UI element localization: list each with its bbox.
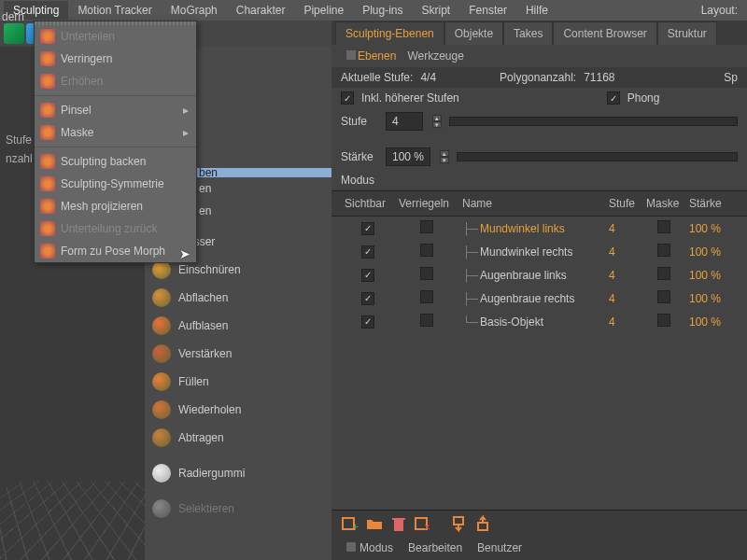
menu-hilfe[interactable]: Hilfe <box>516 1 557 20</box>
visible-checkbox[interactable]: ✓ <box>361 292 374 305</box>
menu-item[interactable]: Verringern <box>35 48 196 70</box>
polycount-value: 71168 <box>584 71 614 84</box>
tool-item[interactable]: Abflachen <box>145 284 331 312</box>
lock-checkbox[interactable] <box>420 267 433 280</box>
bake-icon <box>40 154 55 169</box>
btab-benutzer[interactable]: Benutzer <box>477 541 522 554</box>
menu-fenster[interactable]: Fenster <box>459 1 516 20</box>
menu-mograph[interactable]: MoGraph <box>162 1 227 20</box>
mask-checkbox[interactable] <box>657 244 670 257</box>
th-maske[interactable]: Maske <box>642 195 685 212</box>
menu-charakter[interactable]: Charakter <box>227 1 295 20</box>
btab-bearbeiten[interactable]: Bearbeiten <box>408 541 462 554</box>
layout-label[interactable]: Layout: <box>701 4 743 17</box>
table-row[interactable]: ✓└─Basis-Objekt4100 % <box>331 310 747 333</box>
th-staerke[interactable]: Stärke <box>685 195 738 212</box>
symmetry-icon <box>40 176 55 191</box>
lock-checkbox[interactable] <box>420 314 433 327</box>
mask-checkbox[interactable] <box>657 314 670 327</box>
menu-item[interactable]: Sculpting-Symmetrie <box>35 173 196 195</box>
clear-layer-icon[interactable]: × <box>414 514 432 533</box>
modus-label: Modus <box>341 174 374 187</box>
tool-item[interactable]: Verstärken <box>145 340 331 368</box>
add-layer-icon[interactable]: + <box>341 514 359 533</box>
th-verriegeln[interactable]: Verriegeln <box>395 195 458 212</box>
brush-tool-icon <box>152 372 171 391</box>
eraser-icon <box>152 464 171 483</box>
svg-rect-5 <box>478 523 487 530</box>
tab-takes[interactable]: Takes <box>503 21 553 45</box>
layer-staerke: 100 % <box>685 290 738 307</box>
visible-checkbox[interactable]: ✓ <box>361 222 374 235</box>
table-row[interactable]: ✓├─Augenbraue links4100 % <box>331 263 747 287</box>
menu-item-label: Pinsel <box>61 104 92 117</box>
menu-item[interactable]: Pinsel <box>35 99 196 121</box>
menu-item[interactable]: Form zu Pose Morph <box>35 240 196 262</box>
menu-skript[interactable]: Skript <box>413 1 460 20</box>
stufe-slider[interactable] <box>449 117 738 126</box>
stufe-stepper[interactable]: ▴▾ <box>432 115 442 128</box>
visible-checkbox[interactable]: ✓ <box>361 315 374 329</box>
mask-checkbox[interactable] <box>657 267 670 280</box>
menu-item: Unterteilung zurück <box>35 217 196 240</box>
mask-checkbox[interactable] <box>657 290 670 303</box>
tool-item[interactable]: Wiederholen <box>145 396 331 424</box>
menu-pipeline[interactable]: Pipeline <box>294 1 353 20</box>
merge-down-icon[interactable] <box>451 514 470 533</box>
tool-item[interactable]: Füllen <box>145 368 331 396</box>
phong-checkbox[interactable]: ✓ <box>607 91 620 105</box>
increase-icon <box>40 74 55 89</box>
th-stufe[interactable]: Stufe <box>605 195 642 212</box>
menu-plugins[interactable]: Plug-ins <box>353 1 412 20</box>
layer-stufe: 4 <box>605 220 642 237</box>
th-name[interactable]: Name <box>458 195 605 212</box>
mask-checkbox[interactable] <box>657 220 670 233</box>
merge-up-icon[interactable] <box>475 514 494 533</box>
delete-icon[interactable] <box>389 514 408 533</box>
tool-label: Radiergummi <box>178 467 245 480</box>
primitive-cube-icon[interactable] <box>4 23 24 44</box>
menu-item-label: Mesh projizieren <box>61 200 143 213</box>
tool-item[interactable]: Abtragen <box>145 424 331 452</box>
bottom-toolbar: + × <box>331 510 747 536</box>
lock-checkbox[interactable] <box>420 244 433 257</box>
menu-motion-tracker[interactable]: Motion Tracker <box>68 1 161 20</box>
subtab-werkzeuge[interactable]: Werkzeuge <box>407 49 463 63</box>
visible-checkbox[interactable]: ✓ <box>361 245 374 259</box>
tool-eraser[interactable]: Radiergummi <box>145 459 331 487</box>
table-row[interactable]: ✓├─Mundwinkel links4100 % <box>331 217 747 240</box>
table-row[interactable]: ✓├─Mundwinkel rechts4100 % <box>331 240 747 263</box>
stufe-value[interactable]: 4 <box>386 112 423 131</box>
tab-content-browser[interactable]: Content Browser <box>553 21 656 45</box>
incl-higher-checkbox[interactable]: ✓ <box>341 91 354 105</box>
lock-checkbox[interactable] <box>420 290 433 303</box>
select-icon <box>152 499 171 518</box>
menu-partial-left: dern <box>0 7 26 26</box>
tab-objekte[interactable]: Objekte <box>444 21 503 45</box>
visible-checkbox[interactable]: ✓ <box>361 269 374 282</box>
btab-modus[interactable]: Modus <box>359 541 393 554</box>
tool-item[interactable]: Aufblasen <box>145 312 331 340</box>
tab-sculpting-ebenen[interactable]: Sculpting-Ebenen <box>335 21 444 45</box>
lock-checkbox[interactable] <box>420 220 433 233</box>
folder-icon[interactable] <box>365 514 384 533</box>
subdivide-icon <box>40 29 55 44</box>
panel-tabs: Sculpting-Ebenen Objekte Takes Content B… <box>331 21 747 45</box>
subtab-ebenen[interactable]: Ebenen <box>358 49 396 63</box>
staerke-stepper[interactable]: ▴▾ <box>440 150 449 163</box>
svg-rect-4 <box>454 517 463 525</box>
th-sichtbar[interactable]: Sichtbar <box>341 195 395 212</box>
pose-morph-icon <box>40 244 55 259</box>
menu-item[interactable]: Mesh projizieren <box>35 195 196 217</box>
table-row[interactable]: ✓├─Augenbraue rechts4100 % <box>331 287 747 310</box>
tool-select[interactable]: Selektieren <box>145 495 331 523</box>
layer-staerke: 100 % <box>685 267 738 284</box>
decrease-icon <box>40 51 55 66</box>
tab-struktur[interactable]: Struktur <box>657 21 717 45</box>
menu-item[interactable]: Sculpting backen <box>35 150 196 173</box>
staerke-value[interactable]: 100 % <box>386 147 430 166</box>
staerke-slider[interactable] <box>457 152 738 161</box>
menu-item[interactable]: Maske <box>35 121 196 144</box>
tool-label: Abflachen <box>178 291 228 304</box>
svg-text:+: + <box>352 521 359 533</box>
